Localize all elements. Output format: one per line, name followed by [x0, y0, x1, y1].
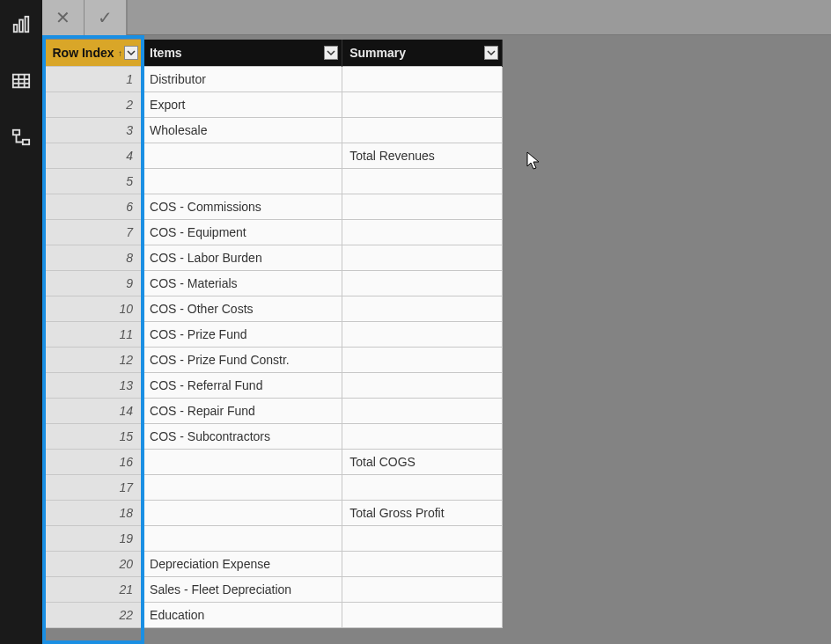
cell-items[interactable] — [143, 168, 342, 194]
cell-row-index[interactable]: 13 — [46, 372, 143, 398]
table-row[interactable]: 9COS - Materials — [46, 270, 503, 296]
cell-row-index[interactable]: 18 — [46, 500, 143, 525]
table-row[interactable]: 5 — [46, 168, 503, 194]
table-row[interactable]: 16Total COGS — [46, 449, 503, 474]
cell-summary[interactable] — [342, 91, 503, 117]
table-row[interactable]: 3Wholesale — [46, 117, 503, 143]
cancel-formula-button[interactable]: ✕ — [42, 0, 85, 35]
cell-items[interactable] — [143, 525, 342, 551]
cell-items[interactable]: Depreciation Expense — [143, 551, 342, 576]
cell-summary[interactable] — [342, 551, 503, 576]
table-row[interactable]: 15COS - Subcontractors — [46, 423, 503, 449]
cell-summary[interactable] — [342, 398, 503, 423]
cell-summary[interactable] — [342, 168, 503, 194]
table-row[interactable]: 17 — [46, 474, 503, 500]
cell-summary[interactable] — [342, 194, 503, 219]
table-row[interactable]: 1Distributor — [46, 66, 503, 91]
table-row[interactable]: 20Depreciation Expense — [46, 551, 503, 576]
table-row[interactable]: 2Export — [46, 91, 503, 117]
cell-row-index[interactable]: 5 — [46, 168, 143, 194]
cell-row-index[interactable]: 19 — [46, 525, 143, 551]
cell-summary[interactable] — [342, 474, 503, 500]
cell-items[interactable]: Education — [143, 602, 342, 627]
filter-dropdown-button[interactable] — [324, 46, 338, 60]
cell-row-index[interactable]: 1 — [46, 66, 143, 91]
data-view-button[interactable] — [4, 63, 39, 99]
cell-row-index[interactable]: 22 — [46, 602, 143, 627]
cell-row-index[interactable]: 3 — [46, 117, 143, 143]
cell-row-index[interactable]: 9 — [46, 270, 143, 296]
cell-summary[interactable]: Total Revenues — [342, 143, 503, 168]
column-header-row-index[interactable]: Row Index ↑ — [46, 40, 143, 66]
table-row[interactable]: 21Sales - Fleet Depreciation — [46, 576, 503, 602]
cell-summary[interactable] — [342, 296, 503, 321]
table-row[interactable]: 6COS - Commissions — [46, 194, 503, 219]
column-header-summary[interactable]: Summary — [342, 40, 503, 66]
formula-input[interactable] — [127, 0, 831, 34]
cell-items[interactable]: COS - Labor Burden — [143, 245, 342, 270]
cell-items[interactable] — [143, 500, 342, 525]
cell-row-index[interactable]: 15 — [46, 423, 143, 449]
table-row[interactable]: 12COS - Prize Fund Constr. — [46, 347, 503, 372]
table-row[interactable]: 22Education — [46, 602, 503, 627]
cell-row-index[interactable]: 8 — [46, 245, 143, 270]
cell-summary[interactable] — [342, 525, 503, 551]
cell-items[interactable]: COS - Commissions — [143, 194, 342, 219]
table-row[interactable]: 13COS - Referral Fund — [46, 372, 503, 398]
cell-items[interactable]: COS - Subcontractors — [143, 423, 342, 449]
cell-row-index[interactable]: 12 — [46, 347, 143, 372]
cell-items[interactable]: Export — [143, 91, 342, 117]
cell-row-index[interactable]: 7 — [46, 219, 143, 245]
cell-items[interactable] — [143, 143, 342, 168]
cell-summary[interactable]: Total COGS — [342, 449, 503, 474]
cell-items[interactable]: COS - Repair Fund — [143, 398, 342, 423]
cell-summary[interactable] — [342, 219, 503, 245]
cell-row-index[interactable]: 4 — [46, 143, 143, 168]
table-row[interactable]: 18Total Gross Profit — [46, 500, 503, 525]
table-row[interactable]: 14COS - Repair Fund — [46, 398, 503, 423]
table-row[interactable]: 10COS - Other Costs — [46, 296, 503, 321]
cell-row-index[interactable]: 14 — [46, 398, 143, 423]
cell-summary[interactable] — [342, 66, 503, 91]
cell-items[interactable]: COS - Prize Fund Constr. — [143, 347, 342, 372]
cell-summary[interactable] — [342, 372, 503, 398]
cell-summary[interactable] — [342, 602, 503, 627]
model-view-button[interactable] — [4, 120, 39, 155]
table-row[interactable]: 8COS - Labor Burden — [46, 245, 503, 270]
cell-row-index[interactable]: 2 — [46, 91, 143, 117]
cell-row-index[interactable]: 10 — [46, 296, 143, 321]
cell-summary[interactable] — [342, 576, 503, 602]
cell-items[interactable]: Distributor — [143, 66, 342, 91]
cell-items[interactable]: COS - Materials — [143, 270, 342, 296]
cell-row-index[interactable]: 20 — [46, 551, 143, 576]
cell-items[interactable] — [143, 449, 342, 474]
table-row[interactable]: 4Total Revenues — [46, 143, 503, 168]
cell-row-index[interactable]: 21 — [46, 576, 143, 602]
cell-summary[interactable] — [342, 245, 503, 270]
cell-summary[interactable] — [342, 117, 503, 143]
cell-items[interactable]: Sales - Fleet Depreciation — [143, 576, 342, 602]
cell-items[interactable]: COS - Prize Fund — [143, 321, 342, 347]
cell-row-index[interactable]: 6 — [46, 194, 143, 219]
cell-summary[interactable] — [342, 321, 503, 347]
cell-summary[interactable] — [342, 270, 503, 296]
cell-row-index[interactable]: 11 — [46, 321, 143, 347]
filter-dropdown-button[interactable] — [484, 46, 498, 60]
column-header-items[interactable]: Items — [143, 40, 342, 66]
cell-items[interactable]: COS - Referral Fund — [143, 372, 342, 398]
table-row[interactable]: 11COS - Prize Fund — [46, 321, 503, 347]
filter-dropdown-button[interactable] — [124, 46, 138, 60]
cell-summary[interactable] — [342, 423, 503, 449]
cell-row-index[interactable]: 17 — [46, 474, 143, 500]
cell-summary[interactable] — [342, 347, 503, 372]
cell-items[interactable]: COS - Other Costs — [143, 296, 342, 321]
cell-items[interactable]: COS - Equipment — [143, 219, 342, 245]
report-view-button[interactable] — [4, 7, 39, 42]
cell-items[interactable]: Wholesale — [143, 117, 342, 143]
cell-row-index[interactable]: 16 — [46, 449, 143, 474]
table-row[interactable]: 7COS - Equipment — [46, 219, 503, 245]
commit-formula-button[interactable]: ✓ — [85, 0, 127, 35]
cell-summary[interactable]: Total Gross Profit — [342, 500, 503, 525]
table-row[interactable]: 19 — [46, 525, 503, 551]
cell-items[interactable] — [143, 474, 342, 500]
